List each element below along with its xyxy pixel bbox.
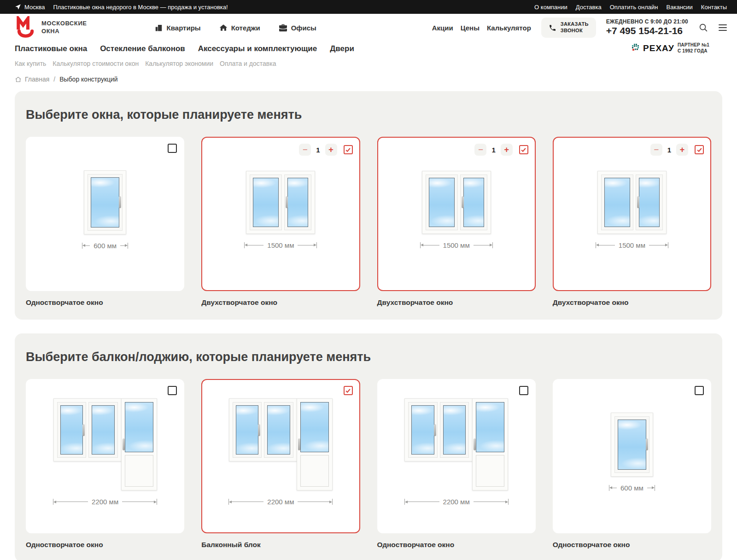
- nav-item-apartments[interactable]: Квартиры: [154, 23, 201, 32]
- quantity-stepper: − 1 +: [650, 144, 688, 156]
- card-controls: − 1 +: [474, 144, 528, 156]
- window-figure: 600 мм: [609, 413, 655, 492]
- decrement-button[interactable]: −: [299, 144, 311, 156]
- call-button-line2: ЗВОНОК: [561, 28, 589, 34]
- nav-item-label: Офисы: [291, 24, 316, 32]
- dimension-line: 600 мм: [82, 242, 128, 250]
- logo[interactable]: МОСКОВСКИЕ ОКНА: [15, 16, 87, 39]
- quantity-stepper: − 1 +: [474, 144, 512, 156]
- dimension-label: 2200 мм: [439, 498, 474, 506]
- mainnav-doors[interactable]: Двери: [330, 44, 354, 53]
- card-controls: [168, 144, 177, 153]
- balcony-card[interactable]: 2200 мм: [26, 379, 184, 533]
- call-button-line1: ЗАКАЗАТЬ: [561, 21, 589, 28]
- checkmark-icon: [521, 147, 526, 153]
- balcony-card[interactable]: 2200 мм: [201, 379, 360, 533]
- subnav-payment-delivery[interactable]: Оплата и доставка: [220, 60, 276, 67]
- city-selector[interactable]: Москва: [15, 4, 45, 11]
- single-window-image: [84, 170, 126, 234]
- topbar-link-vacancies[interactable]: Вакансии: [667, 4, 693, 11]
- topbar-links: О компании Доставка Оплатить онлайн Вака…: [534, 4, 727, 11]
- card-cell: − 1 + 1500 мм: [377, 137, 536, 307]
- topbar-link-about[interactable]: О компании: [534, 4, 567, 11]
- card-cell: − 1 + 1500 мм: [201, 137, 360, 307]
- nav-item-cottages[interactable]: Котеджи: [219, 23, 260, 32]
- breadcrumb-home[interactable]: Главная: [15, 76, 49, 83]
- dimension-label: 2200 мм: [88, 498, 122, 506]
- link-prices[interactable]: Цены: [461, 24, 480, 32]
- order-call-button[interactable]: ЗАКАЗАТЬ ЗВОНОК: [541, 18, 596, 38]
- mainnav-balcony-glazing[interactable]: Остекление балконов: [100, 44, 185, 53]
- checkmark-icon: [696, 147, 702, 153]
- link-promotions[interactable]: Акции: [432, 24, 453, 32]
- logo-text: МОСКОВСКИЕ ОКНА: [41, 20, 87, 35]
- dimension-label: 1500 мм: [439, 241, 474, 249]
- logo-line1: МОСКОВСКИЕ: [41, 20, 87, 28]
- select-checkbox[interactable]: [695, 386, 704, 395]
- increment-button[interactable]: +: [676, 144, 688, 156]
- select-checkbox[interactable]: [344, 386, 353, 395]
- increment-button[interactable]: +: [501, 144, 513, 156]
- balcony-card-grid: 2200 мм Одностворчатое окно: [26, 379, 711, 549]
- dimension-line: 2200 мм: [53, 498, 157, 506]
- window-card-single[interactable]: 600 мм: [553, 379, 711, 533]
- decrement-button[interactable]: −: [474, 144, 486, 156]
- search-button[interactable]: [698, 23, 708, 33]
- card-cell: 2200 мм Балконный блок: [201, 379, 360, 549]
- window-card-double[interactable]: − 1 + 1500 мм: [201, 137, 360, 291]
- dimension-line: 2200 мм: [228, 498, 333, 506]
- subnav-how-to-buy[interactable]: Как купить: [15, 60, 46, 67]
- rehau-logo-icon: [631, 43, 640, 53]
- card-controls: [344, 386, 353, 395]
- window-figure: 1500 мм: [596, 171, 668, 249]
- select-checkbox[interactable]: [168, 144, 177, 153]
- select-checkbox[interactable]: [168, 386, 177, 395]
- card-label: Одностворчатое окно: [377, 541, 536, 549]
- decrement-button[interactable]: −: [650, 144, 662, 156]
- burger-line: [719, 30, 727, 31]
- window-card-double[interactable]: − 1 + 1500 мм: [377, 137, 536, 291]
- briefcase-icon: [279, 24, 287, 32]
- subnav-savings-calculator[interactable]: Калькулятор экономии: [145, 60, 213, 67]
- menu-button[interactable]: [719, 24, 727, 31]
- partner-line2: С 1992 ГОДА: [678, 48, 709, 54]
- breadcrumb-separator: /: [53, 76, 55, 83]
- nav-item-offices[interactable]: Офисы: [279, 23, 316, 32]
- topbar-link-contacts[interactable]: Контакты: [701, 4, 727, 11]
- double-window-image: [246, 171, 315, 234]
- topbar-link-pay-online[interactable]: Оплатить онлайн: [610, 4, 658, 11]
- phone-number[interactable]: +7 495 154-21-16: [606, 25, 688, 36]
- topbar-link-delivery[interactable]: Доставка: [576, 4, 602, 11]
- rehau-brand: РЕХАУ: [643, 43, 674, 53]
- nav-item-label: Котеджи: [231, 24, 260, 32]
- card-label: Одностворчатое окно: [26, 298, 184, 307]
- mainnav-plastic-windows[interactable]: Пластиковые окна: [15, 44, 87, 53]
- link-calculator[interactable]: Калькулятор: [487, 24, 531, 32]
- section-balcony: Выберите балкон/лоджию, которые планируе…: [15, 333, 722, 560]
- card-cell: − 1 + 1500 мм: [553, 137, 711, 307]
- topbar-left: Москва Пластиковые окна недорого в Москв…: [15, 4, 228, 11]
- partner-subtext: ПАРТНЕР №1 С 1992 ГОДА: [678, 42, 709, 54]
- mainnav-accessories[interactable]: Аксессуары и комплектующие: [198, 44, 317, 53]
- window-card-double[interactable]: − 1 + 1500 мм: [553, 137, 711, 291]
- card-label: Одностворчатое окно: [26, 541, 184, 549]
- dimension-line: 1500 мм: [244, 241, 317, 249]
- select-checkbox[interactable]: [344, 145, 353, 154]
- balcony-card[interactable]: 2200 мм: [377, 379, 536, 533]
- select-checkbox[interactable]: [695, 145, 704, 154]
- select-checkbox[interactable]: [519, 386, 528, 395]
- nav-item-label: Квартиры: [167, 24, 201, 32]
- windows-card-grid: 600 мм Одностворчатое окно − 1 +: [26, 137, 711, 307]
- window-card-single[interactable]: 600 мм: [26, 137, 184, 291]
- phone-block: ЕЖЕДНЕВНО С 9:00 ДО 21:00 +7 495 154-21-…: [606, 19, 688, 36]
- breadcrumb-home-label: Главная: [25, 76, 49, 83]
- balcony-door: [297, 398, 333, 490]
- subnav-cost-calculator[interactable]: Калькулятор стоимости окон: [53, 60, 139, 67]
- header: МОСКОВСКИЕ ОКНА Квартиры Котеджи Офисы А…: [0, 14, 737, 41]
- checkmark-icon: [345, 147, 351, 153]
- increment-button[interactable]: +: [325, 144, 337, 156]
- select-checkbox[interactable]: [519, 145, 528, 154]
- balcony-door: [121, 398, 157, 490]
- section-windows-title: Выберите окна, которые планируете менять: [26, 108, 711, 122]
- sub-nav: Как купить Калькулятор стоимости окон Ка…: [0, 55, 737, 68]
